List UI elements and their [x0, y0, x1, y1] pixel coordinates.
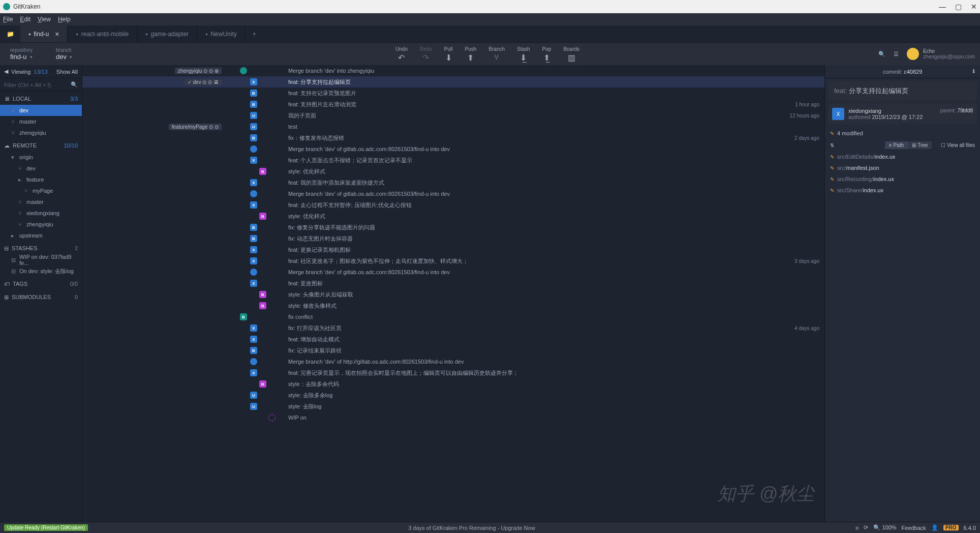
menu-edit[interactable]: Edit	[20, 16, 30, 23]
commit-node[interactable]: U	[250, 392, 257, 399]
commit-node[interactable]	[250, 145, 257, 153]
list-icon[interactable]: ≡	[855, 525, 859, 531]
commit-node[interactable]: B	[250, 347, 257, 354]
commit-node[interactable]: X	[250, 179, 257, 186]
commit-row[interactable]: Bfix: 动态无图片时去掉容器	[82, 233, 824, 244]
commit-row[interactable]: U我的子页面12 hours ago	[82, 110, 824, 121]
commit-node[interactable]: X	[250, 246, 257, 253]
tree-item[interactable]: ⑂dev	[0, 163, 82, 174]
pull-button[interactable]: Pull⬇	[444, 46, 453, 62]
tree-item[interactable]: ▸upstream	[0, 230, 82, 241]
ref-label[interactable]: zhengyiqiu ⊙ ⊙ ⊕	[175, 68, 222, 74]
commit-node[interactable]: X	[250, 201, 257, 209]
repo-tab[interactable]: ▪find-u×	[20, 25, 68, 42]
search-icon[interactable]: 🔍	[878, 51, 885, 57]
commit-node[interactable]	[268, 414, 275, 421]
commit-row[interactable]: zhengyiqiu ⊙ ⊙ ⊕Merge branch 'dev' into …	[82, 65, 824, 76]
zoom-level[interactable]: 🔍 100%	[873, 524, 896, 531]
commit-row[interactable]: Bfeat: 支持图片左右滑动浏览1 hour ago	[82, 99, 824, 110]
commit-node[interactable]: B	[250, 235, 257, 242]
commit-node[interactable]: X	[250, 324, 257, 332]
ref-label[interactable]: ✓ dev ⊙ ⊙ 🖥	[185, 79, 222, 85]
commit-node[interactable]	[250, 190, 257, 197]
tree-item[interactable]: ⊟On dev: style: 去除log	[0, 265, 82, 277]
tree-item[interactable]: ▸feature	[0, 174, 82, 185]
commit-row[interactable]: Xfeat: 更换记录页相机图标	[82, 244, 824, 255]
commit-node[interactable]: B	[259, 213, 266, 220]
commit-node[interactable]: B	[259, 302, 266, 309]
show-all-button[interactable]: Show All	[56, 69, 78, 75]
commit-row[interactable]: ✓ dev ⊙ ⊙ 🖥Xfeat: 分享支持拉起编辑页	[82, 76, 824, 87]
section-tags[interactable]: 🏷 TAGS 0/0	[0, 278, 82, 290]
user-icon[interactable]: 👤	[931, 524, 938, 531]
download-icon[interactable]: ⬇	[971, 68, 976, 75]
commit-row[interactable]: Xfeat: 社区更改名字；图标改为紫色不拉伸；走马灯速度加快、样式增大；3 d…	[82, 255, 824, 266]
back-icon[interactable]: ◀	[4, 68, 8, 75]
push-button[interactable]: Push⬆	[465, 46, 477, 62]
tree-item[interactable]: ⑂master	[0, 116, 82, 127]
open-repo-icon[interactable]: 📁	[0, 31, 20, 38]
commit-node[interactable]: B	[240, 313, 247, 320]
branch-selector[interactable]: branch dev▾	[51, 47, 97, 61]
commit-row[interactable]: Xfeat: 走心过程不支持暂停; 压缩图片;优化走心按钮	[82, 199, 824, 211]
feedback-button[interactable]: Feedback	[902, 525, 926, 531]
commit-node[interactable]: X	[250, 257, 257, 264]
changed-file[interactable]: ✎src/EditDetails/index.ux	[825, 151, 980, 162]
tree-item[interactable]: ✓dev	[0, 105, 82, 116]
stash-button[interactable]: Stash⬇̲	[517, 46, 530, 62]
menu-help[interactable]: Help	[58, 16, 71, 23]
repo-tab[interactable]: ▪react-antd-mobile	[68, 25, 137, 42]
commit-row[interactable]: Merge branch 'dev' of gitlab.os.adc.com:…	[82, 143, 824, 155]
commit-node[interactable]: X	[250, 369, 257, 376]
tree-item[interactable]: ⑂myPage	[0, 185, 82, 196]
tree-item[interactable]: ⑂master	[0, 196, 82, 208]
commit-node[interactable]: B	[250, 90, 257, 97]
update-ready-button[interactable]: Update Ready (Restart GitKraken)	[4, 524, 88, 531]
commit-node[interactable]: X	[250, 78, 257, 85]
tree-item[interactable]: ⑂xiedongxiang	[0, 208, 82, 219]
ref-label[interactable]: feature/myPage ⊙ ⊙	[169, 124, 222, 130]
commit-row[interactable]: Bfix conflict	[82, 311, 824, 322]
commit-row[interactable]: Xfeat: 增加自动走模式	[82, 334, 824, 345]
add-tab-button[interactable]: +	[246, 25, 263, 42]
commit-row[interactable]: Bfeat: 支持在记录页预览图片	[82, 87, 824, 99]
view-all-files[interactable]: ☐ View all files	[941, 142, 975, 148]
parent-link[interactable]: parent: 79bfd8	[940, 108, 973, 113]
close-tab-icon[interactable]: ×	[55, 30, 59, 38]
menu-icon[interactable]: ☰	[894, 51, 899, 57]
commit-node[interactable]: B	[250, 134, 257, 141]
tree-item[interactable]: ▾origin	[0, 152, 82, 163]
minimize-icon[interactable]: —	[939, 3, 946, 11]
commit-row[interactable]: Xfeat: 更改图标	[82, 278, 824, 289]
user-menu[interactable]: Echo zhengyiqiu@oppo.com	[907, 48, 975, 60]
commit-row[interactable]: Bfix：修复发布动态报错2 days ago	[82, 132, 824, 143]
commit-row[interactable]: Bstyle: 头像图片从后端获取	[82, 289, 824, 300]
commit-node[interactable]	[250, 269, 257, 276]
commit-node[interactable]	[240, 67, 247, 74]
filter-input[interactable]: Filter (Ctrl + Alt + f) 🔍	[0, 78, 82, 92]
repo-tab[interactable]: ▪NewUnity	[197, 25, 246, 42]
commit-row[interactable]: Bfix: 记录结束展示路径	[82, 345, 824, 356]
tree-item[interactable]: ⊟WIP on dev: 037fad9 fe...	[0, 254, 82, 265]
commit-node[interactable]: B	[259, 168, 266, 175]
menu-view[interactable]: View	[38, 16, 51, 23]
commit-node[interactable]: X	[250, 280, 257, 287]
refresh-icon[interactable]: ⟳	[864, 524, 868, 531]
commit-row[interactable]: Bstyle：去除多余代码	[82, 378, 824, 390]
commit-node[interactable]: B	[250, 224, 257, 231]
commit-row[interactable]: Merge branch 'dev' of gitlab.os.adc.com:…	[82, 266, 824, 278]
commit-node[interactable]: B	[259, 380, 266, 388]
changed-file[interactable]: ✎src/manifest.json	[825, 162, 980, 173]
section-submodules[interactable]: ⊞ SUBMODULES 0	[0, 291, 82, 303]
pop-button[interactable]: Pop⬆̲	[542, 46, 552, 62]
commit-row[interactable]: Ustyle: 去除log	[82, 401, 824, 412]
section-remote[interactable]: ☁ REMOTE 10/10	[0, 139, 82, 152]
repo-selector[interactable]: repository find-u▾	[5, 47, 51, 61]
menu-file[interactable]: File	[3, 16, 13, 23]
commit-row[interactable]: Xfix: 打开应该为社区页4 days ago	[82, 322, 824, 334]
commit-node[interactable]: X	[250, 336, 257, 343]
commit-row[interactable]: Xfeat: 我的页面中添加床架桌面快捷方式	[82, 177, 824, 188]
commit-row[interactable]: Xfeat: 个人页面点击不报错；记录页首次记录不显示	[82, 155, 824, 166]
sort-icon[interactable]: ⇅	[830, 142, 834, 148]
redo-button[interactable]: Redo↷	[420, 46, 432, 62]
